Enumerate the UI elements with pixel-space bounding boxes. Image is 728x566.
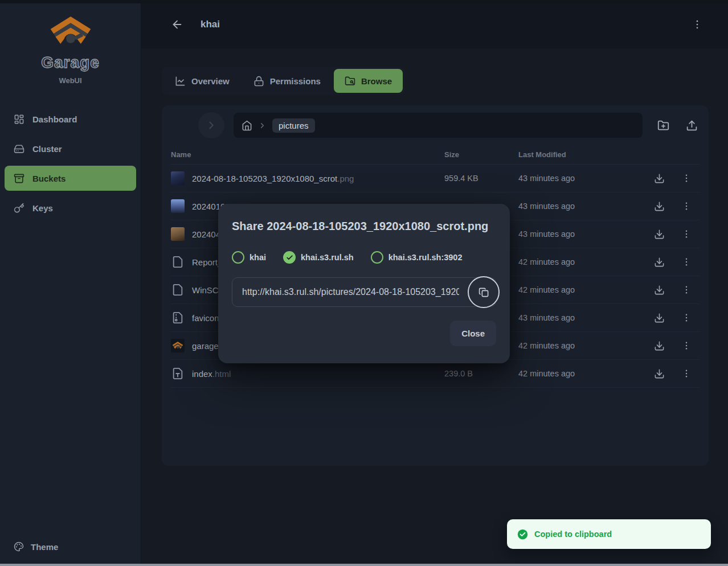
close-button[interactable]: Close	[450, 321, 496, 346]
image-thumbnail	[171, 227, 185, 241]
column-name: Name	[171, 150, 444, 159]
download-button[interactable]	[649, 336, 669, 355]
sidebar-bottom: Theme	[0, 535, 141, 566]
file-modified: 42 minutes ago	[518, 257, 649, 266]
file-modified: 43 minutes ago	[518, 313, 649, 322]
file-name: index	[192, 369, 212, 379]
theme-button[interactable]: Theme	[5, 535, 136, 558]
breadcrumb-folder[interactable]: pictures	[272, 118, 315, 133]
share-modal-title: Share 2024-08-18-105203_1920x1080_scrot.…	[232, 220, 496, 233]
column-size: Size	[444, 150, 518, 159]
home-icon[interactable]	[242, 120, 252, 131]
nav-forward-button[interactable]	[198, 112, 224, 138]
download-button[interactable]	[649, 280, 669, 300]
row-menu-button[interactable]	[677, 224, 696, 244]
share-option-label: khai	[250, 253, 266, 262]
app-subtitle: WebUI	[59, 76, 81, 85]
kebab-icon	[681, 173, 692, 183]
kebab-icon	[681, 368, 692, 379]
share-url-option[interactable]: khai.s3.rul.sh	[283, 251, 354, 264]
download-button[interactable]	[649, 252, 669, 272]
share-option-label: khai.s3.rul.sh:3902	[388, 253, 463, 262]
download-button[interactable]	[649, 224, 669, 244]
radio-icon	[232, 251, 244, 264]
table-row[interactable]: index.html 239.0 B 42 minutes ago	[171, 360, 700, 388]
tab-label: Overview	[191, 76, 230, 86]
sidebar-item-keys[interactable]: Keys	[5, 195, 136, 220]
file-icon	[171, 255, 185, 269]
dashboard-icon	[14, 114, 24, 125]
header-menu-button[interactable]	[689, 17, 705, 32]
download-icon	[654, 201, 665, 212]
sidebar-item-cluster[interactable]: Cluster	[5, 136, 136, 161]
file-modified: 42 minutes ago	[518, 341, 649, 350]
folder-search-icon	[345, 76, 355, 87]
kebab-icon	[681, 313, 692, 323]
nav-back-button[interactable]	[174, 123, 189, 128]
cluster-icon	[14, 143, 24, 154]
row-menu-button[interactable]	[677, 364, 696, 383]
table-header: Name Size Last Modified	[171, 145, 700, 165]
tab-overview[interactable]: Overview	[164, 69, 240, 93]
row-menu-button[interactable]	[677, 336, 696, 355]
radio-icon	[283, 251, 296, 264]
copy-url-button[interactable]	[468, 276, 500, 308]
tab-permissions[interactable]: Permissions	[243, 69, 332, 93]
back-button[interactable]	[169, 16, 186, 33]
file-extension: .png	[337, 174, 354, 183]
kebab-icon	[692, 19, 703, 30]
kebab-icon	[681, 201, 692, 211]
sidebar-item-dashboard[interactable]: Dashboard	[5, 106, 136, 132]
file-modified: 43 minutes ago	[518, 229, 649, 239]
file-size: 239.0 B	[444, 369, 518, 378]
file-archive-icon	[171, 311, 185, 325]
page-title: khai	[201, 19, 220, 30]
lock-icon	[253, 76, 264, 87]
row-menu-button[interactable]	[677, 280, 696, 300]
upload-button[interactable]	[684, 117, 700, 133]
sidebar-item-label: Dashboard	[32, 114, 77, 124]
file-name-cell: 2024-08-18-105203_1920x1080_scrot.png	[171, 171, 444, 185]
tab-browse[interactable]: Browse	[334, 69, 403, 93]
share-url-option[interactable]: khai.s3.rul.sh:3902	[371, 251, 463, 264]
table-row[interactable]: 2024-08-18-105203_1920x1080_scrot.png 95…	[171, 165, 700, 192]
file-extension: .html	[212, 369, 231, 379]
tab-label: Browse	[361, 76, 392, 86]
row-menu-button[interactable]	[677, 196, 696, 216]
share-url-wrap	[232, 277, 496, 307]
download-icon	[654, 173, 665, 184]
share-url-options: khai khai.s3.rul.sh khai.s3.rul.sh:3902	[232, 251, 496, 264]
palette-icon	[14, 542, 24, 552]
file-name: 2024-08-18-105203_1920x1080_scrot	[192, 174, 337, 183]
sidebar-nav: Dashboard Cluster Buckets Keys	[0, 106, 141, 220]
top-strip	[0, 0, 728, 3]
download-icon	[654, 285, 665, 296]
row-menu-button[interactable]	[677, 252, 696, 272]
row-menu-button[interactable]	[677, 308, 696, 327]
share-option-label: khai.s3.rul.sh	[301, 253, 354, 262]
toast-copied: Copied to clipboard	[507, 519, 711, 549]
sidebar: Garage WebUI Dashboard Cluster Buckets K…	[0, 0, 141, 566]
garage-logo-icon	[47, 14, 95, 50]
horizontal-scrollbar[interactable]	[0, 564, 728, 566]
kebab-icon	[681, 229, 692, 239]
image-thumbnail	[171, 171, 185, 185]
share-url-input[interactable]	[232, 277, 496, 307]
radio-icon	[371, 251, 383, 264]
download-button[interactable]	[649, 364, 669, 383]
file-modified: 43 minutes ago	[518, 202, 649, 211]
new-folder-button[interactable]	[655, 117, 671, 133]
download-icon	[654, 229, 665, 240]
share-modal-footer: Close	[232, 321, 496, 346]
copy-icon	[478, 287, 489, 298]
share-url-option[interactable]: khai	[232, 251, 266, 264]
download-button[interactable]	[649, 169, 669, 188]
download-icon	[654, 313, 665, 323]
toast-message: Copied to clipboard	[534, 530, 612, 539]
sidebar-item-buckets[interactable]: Buckets	[5, 166, 136, 191]
sidebar-item-label: Keys	[32, 203, 53, 213]
chevron-right-icon	[258, 121, 267, 130]
download-button[interactable]	[649, 308, 669, 327]
download-button[interactable]	[649, 196, 669, 216]
row-menu-button[interactable]	[677, 169, 696, 188]
